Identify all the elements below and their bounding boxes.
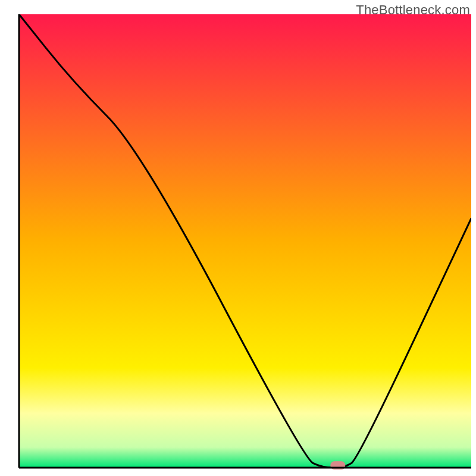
watermark-text: TheBottleneck.com [356, 2, 470, 18]
plot-background-gradient [19, 14, 471, 468]
bottleneck-chart [0, 0, 476, 476]
chart-container: TheBottleneck.com [0, 0, 476, 476]
